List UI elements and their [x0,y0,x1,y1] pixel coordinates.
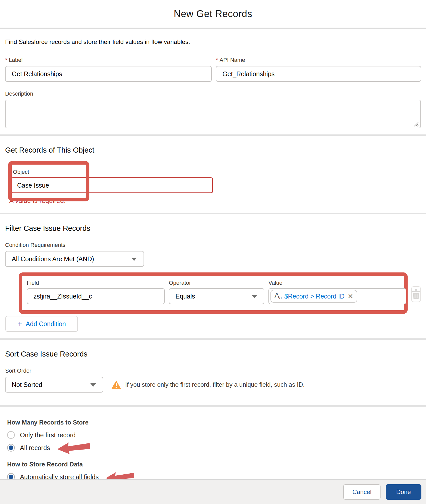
field-label: Field [27,280,165,286]
page-title: New Get Records [174,8,252,19]
object-section-heading: Get Records of This Object [5,146,421,154]
chevron-down-icon [131,258,137,261]
api-name-field-group: *API Name [216,57,421,82]
warning-icon [111,380,121,389]
field-group: Field [27,280,165,304]
chevron-down-icon [252,295,257,298]
label-field-group: *Label [5,57,212,82]
trash-icon [412,289,420,299]
api-name-input[interactable] [216,66,421,82]
filter-section-heading: Filter Case Issue Records [5,224,421,233]
required-asterisk: * [5,57,7,63]
object-error-text: A value is required. [9,197,66,205]
required-asterisk: * [216,57,218,63]
radio-selected-icon[interactable] [7,444,15,452]
annotation-box-condition: Field Operator Equals Value Aa $Record >… [19,272,408,314]
object-section: *Object Case Issue A value is required. [5,154,421,213]
value-label: Value [268,280,406,286]
how-store-heading: How to Store Record Data [7,461,421,468]
add-condition-button[interactable]: + Add Condition [5,316,78,332]
annotation-arrow-icon [57,440,90,455]
description-label: Description [5,90,421,97]
section-divider [0,134,426,136]
sort-section-heading: Sort Case Issue Records [5,350,421,358]
label-field-label: *Label [5,57,212,63]
sort-order-label: Sort Order [5,368,421,374]
value-input[interactable]: Aa $Record > Record ID ✕ [268,288,406,304]
how-many-records-heading: How Many Records to Store [7,419,421,426]
section-divider [0,405,426,407]
radio-unselected-icon[interactable] [7,431,15,439]
api-name-field-label: *API Name [216,57,421,63]
object-input[interactable]: Case Issue [11,177,213,193]
field-input[interactable] [27,288,165,304]
value-pill[interactable]: Aa $Record > Record ID ✕ [270,290,357,303]
text-type-icon: Aa [275,292,282,301]
sort-warning-text: If you store only the first record, filt… [125,381,305,388]
operator-select[interactable]: Equals [169,288,264,304]
section-divider [0,213,426,214]
label-input[interactable] [5,66,212,82]
cancel-button[interactable]: Cancel [343,484,381,500]
object-field-label: *Object [9,169,29,175]
required-asterisk: * [9,169,11,175]
intro-text: Find Salesforce records and store their … [5,38,421,45]
done-button[interactable]: Done [386,484,421,500]
close-icon[interactable]: ✕ [348,292,353,300]
filter-condition-row: Field Operator Equals Value Aa $Record >… [5,272,421,314]
section-divider [0,338,426,340]
value-group: Value Aa $Record > Record ID ✕ [268,280,406,304]
operator-label: Operator [169,280,264,286]
sort-warning: If you store only the first record, filt… [111,380,305,389]
radio-row-all-records[interactable]: All records [7,443,421,452]
sort-order-select[interactable]: Not Sorted [5,377,103,393]
how-many-records-section: How Many Records to Store Only the first… [7,419,421,452]
plus-icon: + [17,320,22,328]
description-textarea[interactable] [5,100,421,128]
radio-row-only-first-record[interactable]: Only the first record [7,431,421,439]
condition-requirements-label: Condition Requirements [5,242,421,248]
delete-condition-button[interactable] [411,286,421,302]
modal-header: New Get Records [0,0,426,29]
value-pill-text: $Record > Record ID [285,293,345,300]
operator-group: Operator Equals [169,280,264,304]
condition-requirements-select[interactable]: All Conditions Are Met (AND) [5,251,144,267]
chevron-down-icon [90,383,96,387]
modal-footer: Cancel Done [0,479,426,504]
